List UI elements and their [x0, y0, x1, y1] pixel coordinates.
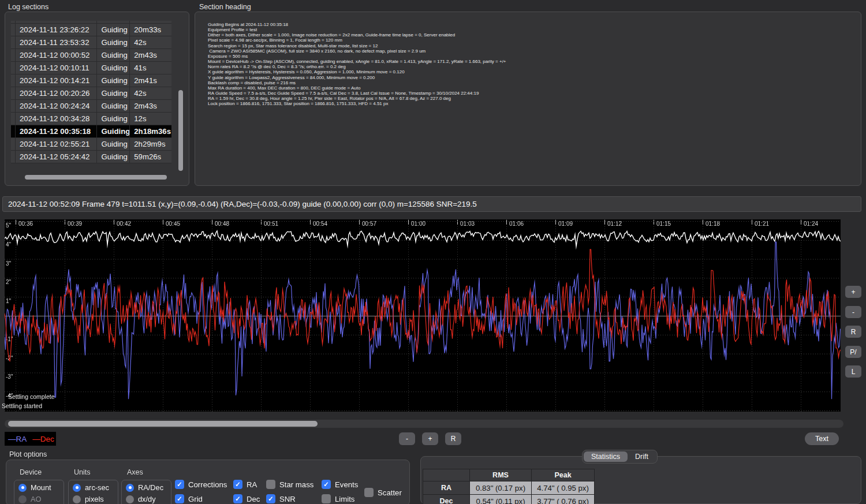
table-row[interactable]: 2024-11-12 00:10:11Guiding41s — [11, 62, 171, 74]
checkbox-label: Grid — [188, 495, 203, 503]
checkbox-label: Corrections — [188, 480, 227, 489]
table-row[interactable]: 2024-11-12 00:00:52Guiding2m43s — [11, 49, 171, 61]
zoom-in-button[interactable]: + — [845, 286, 861, 298]
chart-horizontal-scrollbar-thumb[interactable] — [8, 421, 318, 427]
checkbox-limits[interactable]: Limits — [322, 494, 354, 503]
plot-options-panel: DeviceMountAOUnitsarc-secpixelsAxesRA/De… — [6, 460, 410, 504]
chart-horizontal-scrollbar-track[interactable] — [5, 420, 843, 428]
radio-pixels[interactable]: pixels — [73, 495, 104, 503]
checkbox-ra[interactable]: ✓RA — [233, 480, 257, 489]
cell-spacer — [11, 138, 15, 150]
pixels-arcsec-button[interactable]: P/ — [845, 346, 861, 358]
table-row[interactable]: 2024-11-12 00:34:28Guiding12s — [11, 113, 171, 125]
table-row[interactable]: 2024-11-12 00:35:18Guiding2h18m36s — [11, 125, 171, 137]
log-detail-line: Equipment Profile = test — [208, 27, 856, 32]
table-row[interactable]: 2024-11-11 23:26:22Guiding20m33s — [11, 24, 171, 36]
cell-event: Guiding — [97, 62, 129, 74]
log-detail-line: Pixel scale = 4.98 arc-sec/px, Binning =… — [208, 38, 856, 43]
stats-value-dec-rms: 0.54" (0.11 px) — [470, 495, 531, 504]
log-detail-line: Backlash comp = disabled, pulse = 216 ms — [208, 80, 856, 85]
tab-drift[interactable]: Drift — [628, 451, 656, 462]
checkbox-box[interactable] — [322, 494, 331, 503]
zoom-out-button[interactable]: - — [845, 306, 861, 318]
checkbox-corrections[interactable]: ✓Corrections — [175, 480, 227, 489]
radio-arcsec[interactable]: arc-sec — [73, 483, 109, 492]
checkbox-box[interactable]: ✓ — [233, 480, 242, 489]
group-label-device: Device — [20, 468, 42, 476]
tab-statistics[interactable]: Statistics — [584, 451, 628, 462]
checkbox-label: Events — [335, 480, 358, 489]
group-label-units: Units — [74, 468, 90, 476]
cell-spacer — [11, 24, 15, 36]
checkbox-star-mass[interactable]: Star mass — [266, 480, 313, 489]
log-detail-line: Camera = ZWO ASI585MC (ASCOM), full size… — [208, 48, 856, 54]
cell-datetime: 2024-11-12 00:10:11 — [16, 62, 96, 74]
table-row[interactable]: 2024-11-12 00:20:26Guiding42s — [11, 87, 171, 99]
table-row[interactable]: 2024-11-12 00:24:24Guiding2m43s — [11, 100, 171, 112]
radio-label: AO — [31, 495, 42, 503]
checkbox-events[interactable]: ✓Events — [322, 480, 358, 489]
status-text: 2024-11-12 00:52:09 Frame 479 t=1011.51 … — [8, 200, 477, 208]
group-label-axes: Axes — [127, 468, 143, 476]
table-row-partial[interactable] — [11, 21, 171, 23]
vscale-plus-button[interactable]: + — [422, 432, 438, 445]
cell-event: Guiding — [97, 113, 129, 125]
log-table-vertical-scrollbar[interactable] — [178, 90, 183, 171]
checkbox-dec[interactable]: ✓Dec — [233, 494, 260, 503]
guiding-chart[interactable]: Settling complete Settling started — [5, 219, 841, 412]
cell-duration: 42s — [130, 87, 171, 99]
log-table-horizontal-scrollbar[interactable] — [25, 175, 167, 180]
checkbox-box[interactable]: ✓ — [266, 494, 275, 503]
checkbox-snr[interactable]: ✓SNR — [266, 494, 296, 503]
cell-datetime: 2024-11-12 00:20:26 — [16, 87, 96, 99]
radio-circle[interactable] — [126, 495, 134, 503]
log-detail-line: RA = 1.59 hr, Dec = 30.8 deg, Hour angle… — [208, 96, 856, 101]
cell-datetime: 2024-11-11 23:26:22 — [16, 24, 96, 36]
reset-button[interactable]: R — [845, 326, 861, 338]
table-row[interactable]: 2024-11-12 02:55:21Guiding2h29m9s — [11, 138, 171, 150]
checkbox-box[interactable]: ✓ — [322, 480, 331, 489]
cell-datetime: 2024-11-11 23:53:32 — [16, 36, 96, 48]
radio-dxdy[interactable]: dx/dy — [126, 495, 156, 503]
checkbox-scatter[interactable]: Scatter — [364, 488, 402, 497]
radio-circle[interactable] — [18, 484, 27, 492]
stats-header-peak: Peak — [532, 469, 594, 481]
radio-circle[interactable] — [73, 495, 81, 503]
checkbox-box[interactable]: ✓ — [175, 480, 184, 489]
table-row[interactable]: 2024-11-12 00:14:21Guiding2m41s — [11, 74, 171, 87]
radio-circle[interactable] — [73, 484, 81, 492]
stats-value-ra-rms: 0.83" (0.17 px) — [470, 481, 531, 494]
cell-datetime: 2024-11-12 00:34:28 — [16, 113, 96, 125]
legend-ra: —RA — [8, 435, 27, 443]
cell-spacer — [11, 113, 15, 125]
checkbox-grid[interactable]: ✓Grid — [175, 494, 203, 503]
checkbox-box[interactable]: ✓ — [175, 494, 184, 503]
cell-datetime: 2024-11-12 00:24:24 — [16, 100, 96, 112]
log-detail-line: Exposure = 500 ms — [208, 54, 856, 59]
checkbox-box[interactable] — [364, 488, 374, 497]
radio-radec[interactable]: RA/Dec — [126, 483, 163, 492]
vscale-reset-button[interactable]: R — [445, 432, 461, 445]
checkbox-box[interactable] — [266, 480, 275, 489]
guiding-chart-canvas[interactable] — [5, 219, 841, 412]
cell-datetime: 2024-11-12 00:35:18 — [16, 125, 96, 137]
text-button[interactable]: Text — [805, 432, 839, 445]
vscale-minus-button[interactable]: - — [399, 432, 415, 445]
length-button[interactable]: L — [845, 365, 861, 378]
stats-row-label-dec: Dec — [423, 495, 469, 504]
cell-spacer — [11, 151, 15, 163]
radio-circle — [18, 495, 27, 503]
section-heading-title: Section heading — [199, 3, 251, 11]
log-detail-line: Y guide algorithm = Lowpass2, Aggressive… — [208, 75, 856, 80]
radio-circle[interactable] — [126, 484, 134, 492]
log-detail-line: RA Guide Speed = 7.5 a-s/s, Dec Guide Sp… — [208, 91, 856, 96]
table-row[interactable]: 2024-11-12 05:24:42Guiding59m26s — [11, 151, 171, 163]
table-row[interactable]: 2024-11-11 23:53:32Guiding42s — [11, 36, 171, 48]
checkbox-label: Limits — [335, 495, 354, 503]
cell-datetime: 2024-11-12 00:14:21 — [16, 74, 96, 87]
cell-duration: 20m33s — [130, 24, 171, 36]
radio-mount[interactable]: Mount — [18, 483, 51, 492]
cell-datetime: 2024-11-12 05:24:42 — [16, 151, 96, 163]
chart-legend: —RA—Dec — [5, 432, 56, 446]
checkbox-box[interactable]: ✓ — [233, 494, 242, 503]
